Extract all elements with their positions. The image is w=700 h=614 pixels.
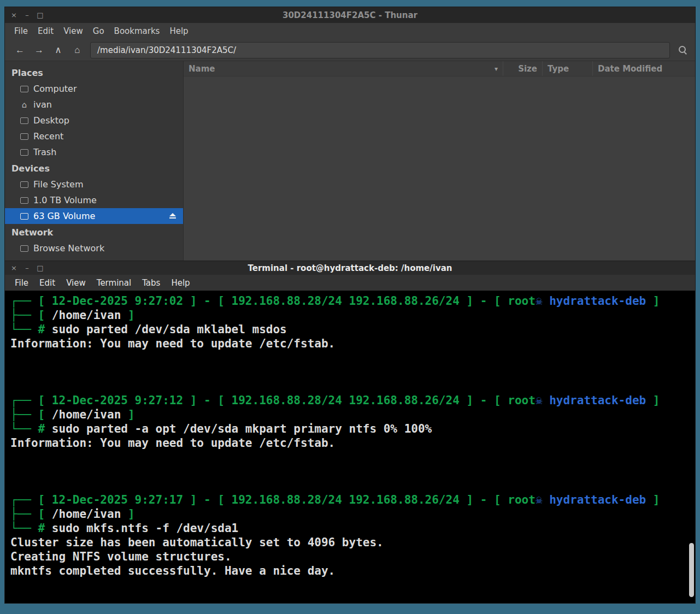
command-line: └── # sudo parted /dev/sda mklabel msdos	[10, 322, 682, 336]
menu-help[interactable]: Help	[164, 24, 193, 38]
column-label: Size	[518, 64, 537, 74]
blank-line	[10, 479, 682, 493]
blank-line	[10, 379, 682, 393]
menu-help[interactable]: Help	[166, 276, 195, 290]
close-icon[interactable]: ×	[10, 264, 17, 271]
sidebar-item-label: 63 GB Volume	[33, 211, 95, 221]
sidebar-item-file-system[interactable]: File System	[5, 176, 183, 192]
output-line: Cluster size has been automatically set …	[10, 535, 682, 550]
command-line: └── # sudo mkfs.ntfs -f /dev/sda1	[10, 521, 682, 535]
column-label: Date Modified	[598, 64, 662, 74]
sidebar-item-browse-network[interactable]: Browse Network	[5, 240, 183, 256]
blank-line	[10, 464, 682, 479]
output-line: Creating NTFS volume structures.	[10, 550, 682, 564]
sidebar-item-label: File System	[33, 179, 84, 190]
terminal-menubar: FileEditViewTerminalTabsHelp	[5, 275, 695, 291]
prompt-line-cwd: ├── [ /home/ivan ]	[10, 507, 682, 521]
menu-bookmarks[interactable]: Bookmarks	[109, 24, 165, 38]
thunar-toolbar: ← → ∧ ⌂ /media/ivan/30D24111304F2A5C/	[5, 39, 695, 61]
thunar-content: PlacesComputer⌂ivanDesktopRecentTrashDev…	[5, 61, 695, 261]
file-list-area: Name▾SizeTypeDate Modified	[184, 61, 695, 261]
column-headers: Name▾SizeTypeDate Modified	[184, 61, 695, 76]
output-line: Information: You may need to update /etc…	[10, 336, 682, 351]
sidebar-item-recent[interactable]: Recent	[5, 128, 183, 144]
sort-indicator-icon: ▾	[495, 65, 498, 73]
menu-edit[interactable]: Edit	[34, 276, 61, 290]
sidebar-item-label: Computer	[33, 84, 77, 94]
terminal-window-buttons: × – □	[5, 264, 44, 271]
home-icon: ⌂	[20, 102, 28, 108]
terminal-titlebar[interactable]: × – □ Terminal - root@hydrattack-deb: /h…	[5, 261, 695, 275]
column-label: Type	[548, 64, 569, 74]
eject-icon[interactable]	[169, 213, 177, 219]
sidebar-item-trash[interactable]: Trash	[5, 144, 183, 160]
computer-icon	[20, 86, 28, 92]
sidebar-item-ivan[interactable]: ⌂ivan	[5, 97, 183, 113]
thunar-window: × – □ 30D24111304F2A5C - Thunar FileEdit…	[4, 7, 696, 261]
path-bar-input[interactable]: /media/ivan/30D24111304F2A5C/	[90, 42, 670, 58]
minimize-icon[interactable]: –	[23, 11, 31, 19]
harddisk-icon	[20, 181, 28, 188]
terminal-window: × – □ Terminal - root@hydrattack-deb: /h…	[4, 261, 696, 604]
thunar-window-title: 30D24111304F2A5C - Thunar	[5, 10, 695, 20]
search-button[interactable]	[675, 43, 690, 57]
sidebar-item-desktop[interactable]: Desktop	[5, 113, 183, 128]
sidebar-item-label: Desktop	[33, 115, 69, 126]
sidebar-section-network: Network	[5, 224, 183, 240]
close-icon[interactable]: ×	[10, 11, 17, 19]
thunar-titlebar[interactable]: × – □ 30D24111304F2A5C - Thunar	[5, 7, 695, 23]
sidebar-section-devices: Devices	[5, 160, 183, 176]
blank-line	[10, 365, 682, 379]
back-icon[interactable]: ←	[10, 42, 30, 58]
maximize-icon[interactable]: □	[37, 11, 44, 19]
sidebar-item-computer[interactable]: Computer	[5, 81, 183, 97]
column-header-size[interactable]: Size	[503, 61, 542, 76]
column-header-date-modified[interactable]: Date Modified	[592, 61, 695, 76]
prompt-line-cwd: ├── [ /home/ivan ]	[10, 308, 682, 322]
sidebar-section-places: Places	[5, 64, 183, 81]
terminal-scrollbar[interactable]	[688, 291, 695, 603]
maximize-icon[interactable]: □	[37, 264, 44, 271]
prompt-line-info: ┌── [ 12-Dec-2025 9:27:02 ] - [ 192.168.…	[10, 294, 682, 308]
command-line: └── # sudo parted -a opt /dev/sda mkpart…	[10, 422, 682, 436]
trash-icon	[20, 149, 28, 156]
output-line: mkntfs completed successfully. Have a ni…	[10, 564, 682, 578]
search-icon	[679, 46, 687, 54]
network-icon	[20, 245, 28, 252]
sidebar-item-label: Trash	[33, 147, 56, 157]
sidebar-item-63-gb-volume[interactable]: 63 GB Volume	[5, 208, 183, 224]
prompt-line-info: ┌── [ 12-Dec-2025 9:27:12 ] - [ 192.168.…	[10, 393, 682, 408]
menu-tabs[interactable]: Tabs	[137, 276, 166, 290]
output-line: Information: You may need to update /etc…	[10, 436, 682, 450]
column-header-name[interactable]: Name▾	[184, 61, 503, 76]
recent-icon	[20, 133, 28, 140]
home-icon[interactable]: ⌂	[68, 42, 87, 58]
menu-file[interactable]: File	[9, 24, 33, 38]
thunar-menubar: FileEditViewGoBookmarksHelp	[5, 23, 695, 39]
blank-line	[10, 351, 682, 365]
usb-drive-icon	[20, 213, 28, 220]
prompt-line-cwd: ├── [ /home/ivan ]	[10, 408, 682, 422]
path-text: /media/ivan/30D24111304F2A5C/	[97, 45, 236, 55]
harddisk-icon	[20, 197, 28, 204]
thunar-window-buttons: × – □	[5, 11, 44, 19]
menu-view[interactable]: View	[61, 276, 91, 290]
forward-icon[interactable]: →	[30, 42, 49, 58]
menu-file[interactable]: File	[9, 276, 34, 290]
terminal-output: ┌── [ 12-Dec-2025 9:27:02 ] - [ 192.168.…	[5, 291, 695, 581]
up-icon[interactable]: ∧	[49, 42, 68, 58]
sidebar-item-1-0-tb-volume[interactable]: 1.0 TB Volume	[5, 192, 183, 208]
menu-terminal[interactable]: Terminal	[91, 276, 137, 290]
menu-go[interactable]: Go	[88, 24, 109, 38]
terminal-window-title: Terminal - root@hydrattack-deb: /home/iv…	[5, 263, 695, 273]
column-header-type[interactable]: Type	[542, 61, 592, 76]
file-list-empty[interactable]	[184, 76, 695, 261]
minimize-icon[interactable]: –	[23, 264, 31, 271]
terminal-body[interactable]: ┌── [ 12-Dec-2025 9:27:02 ] - [ 192.168.…	[5, 291, 695, 603]
sidebar-item-label: ivan	[33, 99, 52, 110]
scrollbar-thumb[interactable]	[689, 543, 694, 597]
menu-edit[interactable]: Edit	[33, 24, 58, 38]
menu-view[interactable]: View	[58, 24, 88, 38]
blank-line	[10, 450, 682, 464]
desktop-icon	[20, 117, 28, 124]
